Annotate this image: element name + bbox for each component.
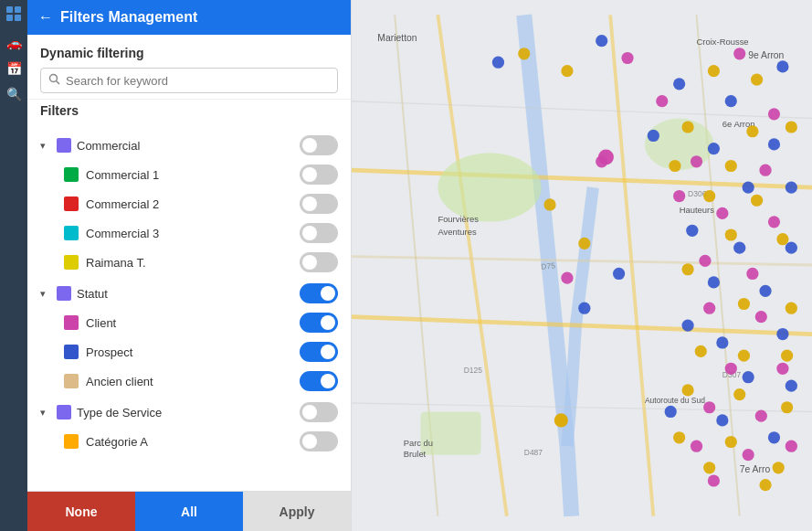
- all-button[interactable]: All: [135, 492, 243, 531]
- svg-point-113: [554, 413, 568, 427]
- search-icon: [48, 73, 60, 88]
- svg-point-59: [613, 268, 625, 280]
- svg-point-63: [768, 108, 780, 120]
- filter-item: Prospect: [27, 337, 351, 366]
- svg-point-73: [725, 363, 737, 375]
- svg-point-44: [786, 181, 797, 193]
- toggle-item-raimana-t.[interactable]: [300, 252, 338, 272]
- filter-item-label: Client: [86, 316, 292, 330]
- app-icon[interactable]: [5, 5, 22, 25]
- svg-point-85: [708, 65, 720, 77]
- item-color-swatch: [64, 167, 79, 182]
- back-button[interactable]: ←: [38, 9, 53, 26]
- calendar-icon[interactable]: 📅: [6, 61, 22, 76]
- svg-point-75: [703, 401, 715, 413]
- filter-group-header-type-de-service[interactable]: ▾ Type de Service: [27, 398, 351, 427]
- toggle-item-commercial-3[interactable]: [300, 223, 338, 243]
- svg-text:Croix-Rousse: Croix-Rousse: [697, 37, 749, 47]
- svg-point-72: [755, 311, 767, 323]
- item-color-swatch: [64, 374, 79, 388]
- filter-group-commercial: ▾ Commercial Commercial 1 Commercial 2 C…: [27, 131, 351, 277]
- filter-item-label: Ancien client: [86, 375, 292, 388]
- svg-point-67: [716, 207, 728, 219]
- none-button[interactable]: None: [27, 492, 135, 531]
- search-input[interactable]: [66, 74, 330, 88]
- filter-group-label: Statut: [77, 287, 294, 301]
- item-color-swatch: [64, 255, 79, 270]
- filter-item-label: Commercial 1: [86, 168, 292, 182]
- svg-text:Brulet: Brulet: [404, 449, 427, 459]
- svg-point-97: [738, 298, 750, 310]
- toggle-item-catégorie-a[interactable]: [300, 431, 338, 451]
- svg-point-108: [703, 462, 715, 473]
- dynamic-filtering-label: Dynamic filtering: [40, 46, 338, 60]
- filter-group-type-de-service: ▾ Type de Service Catégorie A: [27, 398, 351, 456]
- filter-group-header-statut[interactable]: ▾ Statut: [27, 279, 351, 308]
- car-icon[interactable]: 🚗: [6, 36, 22, 50]
- sidebar-title: Filters Management: [60, 9, 197, 26]
- svg-point-92: [703, 190, 715, 202]
- svg-text:Aventures: Aventures: [438, 227, 477, 237]
- filter-item: Catégorie A: [27, 427, 351, 456]
- toggle-statut[interactable]: [300, 283, 338, 303]
- svg-point-77: [691, 441, 702, 452]
- svg-point-87: [681, 121, 693, 133]
- svg-point-60: [621, 52, 633, 64]
- svg-point-112: [598, 150, 614, 165]
- map-svg[interactable]: 9e Arron Croix-Rousse 6e Arron Fourvière…: [352, 0, 812, 531]
- svg-rect-0: [6, 6, 13, 13]
- apply-button[interactable]: Apply: [243, 492, 351, 531]
- sidebar: ← Filters Management Dynamic filtering F…: [27, 0, 352, 531]
- toggle-type-de-service[interactable]: [300, 402, 338, 422]
- svg-point-70: [746, 268, 758, 280]
- svg-point-96: [681, 263, 693, 275]
- chevron-icon: ▾: [40, 140, 51, 152]
- svg-text:D75: D75: [541, 260, 556, 271]
- item-color-swatch: [64, 345, 79, 359]
- svg-point-50: [681, 319, 693, 331]
- svg-point-46: [733, 242, 745, 254]
- svg-point-42: [768, 138, 780, 150]
- svg-point-69: [699, 255, 711, 267]
- toggle-item-ancien-client[interactable]: [300, 371, 338, 391]
- svg-point-66: [673, 190, 685, 202]
- svg-point-49: [759, 285, 771, 297]
- filter-item-label: Catégorie A: [86, 435, 292, 449]
- svg-point-45: [686, 225, 698, 237]
- color-swatch: [57, 405, 71, 419]
- svg-text:D125: D125: [464, 366, 483, 375]
- svg-point-57: [768, 431, 780, 443]
- item-color-swatch: [64, 196, 79, 211]
- toggle-item-prospect[interactable]: [300, 342, 338, 362]
- svg-point-61: [733, 48, 745, 59]
- filter-item: Commercial 3: [27, 218, 351, 248]
- chevron-icon: ▾: [40, 407, 51, 419]
- item-color-swatch: [64, 315, 79, 330]
- svg-point-110: [543, 198, 555, 210]
- svg-point-79: [786, 441, 797, 452]
- dynamic-filtering-section: Dynamic filtering: [27, 35, 351, 100]
- svg-point-83: [518, 48, 530, 59]
- svg-point-93: [751, 195, 763, 207]
- filter-item: Client: [27, 308, 351, 337]
- toggle-item-commercial-1[interactable]: [300, 165, 338, 185]
- svg-point-43: [743, 181, 754, 193]
- filter-item: Commercial 1: [27, 160, 351, 189]
- svg-text:7e Arro: 7e Arro: [740, 464, 771, 474]
- search-nav-icon[interactable]: 🔍: [6, 87, 22, 101]
- svg-text:Marietton: Marietton: [377, 33, 417, 43]
- svg-point-86: [751, 74, 763, 86]
- filter-group-header-commercial[interactable]: ▾ Commercial: [27, 131, 351, 160]
- toggle-item-client[interactable]: [300, 313, 338, 333]
- svg-point-88: [746, 125, 758, 137]
- toggle-commercial[interactable]: [300, 135, 338, 155]
- icon-bar: 🚗 📅 🔍: [0, 0, 27, 531]
- svg-point-91: [669, 160, 680, 172]
- toggle-item-commercial-2[interactable]: [300, 194, 338, 214]
- svg-rect-2: [6, 15, 13, 21]
- filter-item: Raimana T.: [27, 248, 351, 277]
- filter-item: Commercial 2: [27, 189, 351, 218]
- svg-point-80: [708, 474, 720, 486]
- svg-point-38: [725, 95, 737, 107]
- filter-item-label: Commercial 3: [86, 227, 292, 240]
